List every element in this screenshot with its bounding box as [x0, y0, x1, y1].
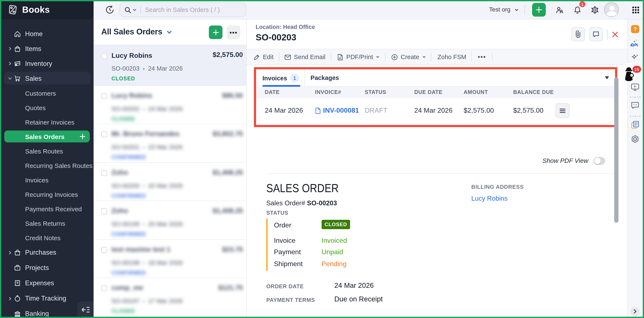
sales-orders-list-panel: All Sales Orders ••• Lucy Robins$2,575.0… [94, 19, 247, 318]
search-input[interactable]: Search in Sales Orders ( / ) [120, 2, 246, 17]
close-icon[interactable] [612, 31, 618, 38]
new-sales-order-button[interactable] [209, 25, 222, 39]
sidebar-item-payments-received[interactable]: Payments Received [0, 202, 94, 216]
quick-add-icon[interactable] [79, 133, 86, 140]
billing-address-name-link[interactable]: Lucy Robins [471, 195, 508, 202]
invoice-number-link[interactable]: INV-000081 [315, 107, 359, 114]
sidebar-item-inventory[interactable]: Inventory [0, 56, 94, 71]
org-selector[interactable]: Test org [489, 6, 510, 13]
sidebar-item-label: Quotes [25, 104, 46, 111]
status-row-label-order: Order [274, 221, 291, 229]
sidebar-item-credit-notes[interactable]: Credit Notes [0, 230, 94, 245]
quick-create-button[interactable] [532, 3, 546, 16]
row-checkbox[interactable] [101, 170, 107, 176]
sales-order-row-SO-00203[interactable]: Lucy Robins$2,575.00SO-0020324 Mar 2026C… [94, 45, 246, 85]
detail-content: Invoices 1 Packages DATEINVOICE#STATUSDU… [247, 65, 628, 318]
invoice-number-text: INV-000081 [323, 107, 359, 114]
order-meta: SO-0019920 Mar 2026 [112, 221, 183, 228]
help-button[interactable]: ? [631, 25, 639, 33]
invoice-table-row[interactable]: 24 Mar 2026 INV-000081 DRAFT 24 Mar 2026… [256, 98, 615, 125]
order-amount: $2,575.00 [213, 51, 243, 59]
vertical-scrollbar[interactable] [614, 77, 618, 223]
row-checkbox[interactable] [101, 53, 107, 59]
zia-assistant-icon[interactable] [630, 39, 640, 48]
tab-packages[interactable]: Packages [310, 74, 339, 81]
pdf-print-button[interactable]: PDF/Print [337, 53, 380, 60]
row-checkbox[interactable] [101, 285, 107, 291]
sidebar-item-projects[interactable]: Projects [0, 260, 94, 276]
sidebar-item-purchases[interactable]: Purchases [0, 245, 94, 260]
sidebar-item-label: Customers [25, 89, 56, 97]
list-title[interactable]: All Sales Orders [101, 27, 162, 36]
user-avatar[interactable] [604, 2, 619, 17]
sales-order-row-SO-00197[interactable]: comp_me$121.75SO-0019717 Mar 2026CLOSED [94, 278, 246, 316]
sidebar-item-sales-orders[interactable]: Sales Orders [0, 129, 94, 144]
order-meta: SO-0019717 Mar 2026 [112, 298, 183, 305]
sidebar-item-quotes[interactable]: Quotes [0, 100, 94, 115]
receipt-icon [14, 280, 21, 287]
zoho-fsm-button[interactable]: Zoho FSM [438, 53, 466, 60]
sidebar-item-retainer-invoices[interactable]: Retainer Invoices [0, 115, 94, 129]
chat-support-icon[interactable] [631, 102, 640, 110]
sidebar-item-sales-returns[interactable]: Sales Returns [0, 216, 94, 230]
list-title-chevron-icon[interactable] [167, 30, 172, 34]
notifications-bell-icon[interactable] [574, 6, 582, 14]
row-checkbox[interactable] [101, 208, 107, 214]
sidebar-item-recurring-invoices[interactable]: Recurring Invoices [0, 187, 94, 202]
sidebar-item-label: Time Tracking [25, 295, 66, 302]
sparkle-icon[interactable] [631, 53, 639, 62]
books-logo-icon [7, 4, 18, 15]
document-number-label: Sales Order# [266, 199, 305, 207]
order-amount: $3,802.75 [213, 130, 243, 138]
sidebar-item-customers[interactable]: Customers [0, 86, 94, 100]
dot-separator [143, 108, 144, 110]
list-more-button[interactable]: ••• [227, 25, 240, 39]
sales-order-row-SO-00198[interactable]: test maxime test 1$23.75SO-0019818 Mar 2… [94, 239, 246, 278]
bank-icon [14, 310, 21, 317]
toolbar-more-button[interactable]: ••• [478, 53, 486, 60]
sales-order-row-SO-00199[interactable]: Zoho$1,408.25SO-0019920 Mar 2026CONFIRME… [94, 201, 246, 239]
row-checkbox[interactable] [101, 247, 107, 253]
search-divider [140, 6, 141, 13]
edit-button[interactable]: Edit [254, 53, 274, 60]
send-email-button[interactable]: Send Email [284, 53, 326, 60]
collapse-panel-caret-icon[interactable] [604, 76, 610, 80]
row-checkbox[interactable] [101, 93, 107, 99]
sidebar-item-recurring-sales-routes[interactable]: Recurring Sales Routes [0, 158, 94, 173]
tab-invoices[interactable]: Invoices 1 [256, 69, 305, 87]
sales-order-number-title: SO-00203 [256, 32, 296, 42]
video-tutorial-icon[interactable] [631, 83, 640, 91]
sales-order-row-SO-00202[interactable]: Lucy Robins$86.50SO-0020224 Mar 2026CLOS… [94, 85, 246, 124]
sidebar-item-sales[interactable]: Sales [0, 71, 94, 86]
sidebar-item-invoices[interactable]: Invoices [0, 173, 94, 187]
customer-name: Mr. Bruno Fernandes [112, 130, 180, 138]
sidebar-item-home[interactable]: Home [0, 26, 94, 41]
history-icon[interactable] [106, 5, 114, 14]
sidebar-collapse-button[interactable] [78, 302, 94, 318]
sidebar-item-expenses[interactable]: Expenses [0, 276, 94, 291]
sidebar-nav: HomeItemsInventorySalesCustomersQuotesRe… [0, 26, 94, 318]
resources-icon[interactable] [631, 121, 640, 129]
sidebar-item-label: Payments Received [25, 205, 82, 212]
attachments-button[interactable] [571, 27, 585, 41]
settings-gear-icon[interactable] [591, 6, 599, 14]
developer-hexagon-icon[interactable] [631, 135, 640, 143]
order-meta: SO-0020224 Mar 2026 [112, 105, 183, 112]
show-pdf-toggle[interactable] [594, 157, 605, 165]
app-logo[interactable]: Books [0, 0, 94, 19]
row-checkbox[interactable] [101, 131, 107, 137]
sales-order-row-SO-00201[interactable]: Mr. Bruno Fernandes$3,802.75SO-0020123 M… [94, 124, 246, 162]
expand-panel-button[interactable] [630, 307, 640, 316]
dot-separator [143, 224, 144, 225]
sidebar-item-items[interactable]: Items [0, 41, 94, 56]
search-scope-chevron-icon[interactable] [133, 8, 136, 12]
sidebar-item-sales-routes[interactable]: Sales Routes [0, 144, 94, 158]
users-icon[interactable] [556, 6, 564, 14]
order-status: CLOSED [112, 116, 135, 122]
comments-button[interactable] [589, 27, 603, 41]
sales-order-row-SO-00200[interactable]: Zoho$1,408.25SO-0020020 Mar 2026CONFIRME… [94, 162, 246, 201]
home-icon [14, 30, 21, 37]
apps-grid-icon[interactable] [632, 6, 639, 13]
invoice-row-menu-button[interactable] [556, 103, 570, 118]
create-button[interactable]: Create [391, 53, 426, 60]
